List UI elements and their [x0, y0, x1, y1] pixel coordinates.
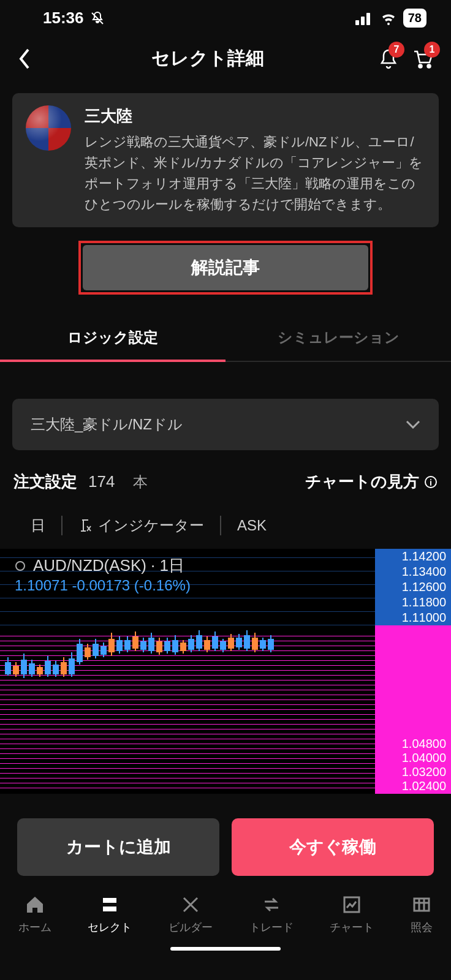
tab-simulation[interactable]: シミュレーション	[226, 314, 451, 361]
circle-icon	[15, 560, 26, 571]
svg-point-6	[16, 562, 25, 570]
chart-help-label: チャートの見方	[305, 471, 419, 492]
indicator-button[interactable]: インジケーター	[63, 516, 221, 535]
svg-rect-1	[361, 17, 365, 25]
svg-rect-2	[366, 13, 370, 25]
pair-dropdown-value: 三大陸_豪ドル/NZドル	[31, 415, 183, 434]
candlesticks	[0, 613, 375, 674]
svg-rect-7	[103, 898, 116, 903]
chart-change: -0.00173	[72, 577, 130, 594]
price-chart[interactable]: AUD/NZD(ASK) · 1日 1.10071 -0.00173 (-0.1…	[0, 549, 451, 794]
status-bar: 15:36 78	[0, 0, 451, 34]
nav-builder[interactable]: ビルダー	[169, 894, 213, 935]
notifications-button[interactable]: 7	[379, 48, 398, 70]
page-title: セレクト詳細	[37, 46, 379, 71]
inquiry-icon	[411, 894, 432, 915]
bottom-nav: ホーム セレクト ビルダー トレード チャート 照会	[0, 884, 451, 941]
strategy-icon	[26, 105, 71, 151]
signal-icon	[355, 12, 374, 25]
action-buttons: カートに追加 今すぐ稼働	[0, 794, 451, 884]
nav-home[interactable]: ホーム	[18, 894, 51, 935]
chevron-down-icon	[406, 420, 420, 429]
tab-logic[interactable]: ロジック設定	[0, 314, 226, 361]
back-button[interactable]	[12, 48, 37, 69]
notifications-badge: 7	[388, 42, 404, 58]
svg-rect-10	[414, 899, 429, 911]
order-settings-label: 注文設定	[13, 471, 77, 492]
chevron-left-icon	[18, 48, 31, 69]
svg-point-4	[428, 64, 431, 67]
strategy-card: 三大陸 レンジ戦略の三大通貨ペア、豪ドル/NZドル、ユーロ/英ポンド、米ドル/カ…	[12, 93, 439, 227]
builder-icon	[180, 894, 201, 915]
svg-rect-0	[355, 20, 359, 25]
svg-rect-8	[103, 907, 116, 911]
order-settings-count: 174	[88, 472, 115, 491]
price-type-button[interactable]: ASK	[221, 517, 282, 534]
nav-chart[interactable]: チャート	[330, 894, 374, 935]
nav-select[interactable]: セレクト	[88, 894, 132, 935]
status-time: 15:36	[43, 9, 84, 28]
wifi-icon	[380, 12, 397, 25]
cart-badge: 1	[424, 42, 440, 58]
home-icon	[25, 894, 45, 915]
trade-icon	[261, 894, 282, 915]
svg-point-3	[419, 64, 422, 67]
cart-button[interactable]: 1	[412, 48, 434, 70]
price-axis: 1.14200 1.13400 1.12600 1.11800 1.11000 …	[375, 549, 451, 794]
order-settings-row: 注文設定 174 本 チャートの見方	[0, 464, 451, 506]
explanation-highlight: 解説記事	[78, 241, 373, 295]
add-to-cart-button[interactable]: カートに追加	[17, 818, 219, 876]
header: セレクト詳細 7 1	[0, 34, 451, 83]
nav-trade[interactable]: トレード	[249, 894, 294, 935]
chart-toolbar: 日 インジケーター ASK	[0, 506, 451, 545]
run-now-button[interactable]: 今すぐ稼働	[232, 818, 434, 876]
home-indicator[interactable]	[170, 947, 281, 951]
nav-inquiry[interactable]: 照会	[411, 894, 433, 935]
chart-help-link[interactable]: チャートの見方	[305, 471, 438, 492]
select-icon	[99, 894, 120, 915]
chart-pct: (-0.16%)	[134, 577, 191, 594]
explanation-article-button[interactable]: 解説記事	[83, 245, 368, 290]
pair-dropdown[interactable]: 三大陸_豪ドル/NZドル	[12, 399, 439, 450]
strategy-title: 三大陸	[85, 105, 425, 127]
chart-pair-label: AUD/NZD(ASK) · 1日	[33, 555, 184, 576]
chart-icon	[341, 894, 362, 915]
strategy-description: レンジ戦略の三大通貨ペア、豪ドル/NZドル、ユーロ/英ポンド、米ドル/カナダドル…	[85, 132, 425, 215]
battery-level: 78	[403, 9, 426, 28]
tabs: ロジック設定 シミュレーション	[0, 314, 451, 362]
fx-icon	[78, 518, 92, 533]
mute-icon	[90, 11, 105, 26]
chart-price: 1.10071	[15, 577, 68, 594]
order-settings-unit: 本	[133, 472, 148, 492]
timeframe-button[interactable]: 日	[15, 516, 63, 535]
info-icon	[424, 475, 438, 489]
